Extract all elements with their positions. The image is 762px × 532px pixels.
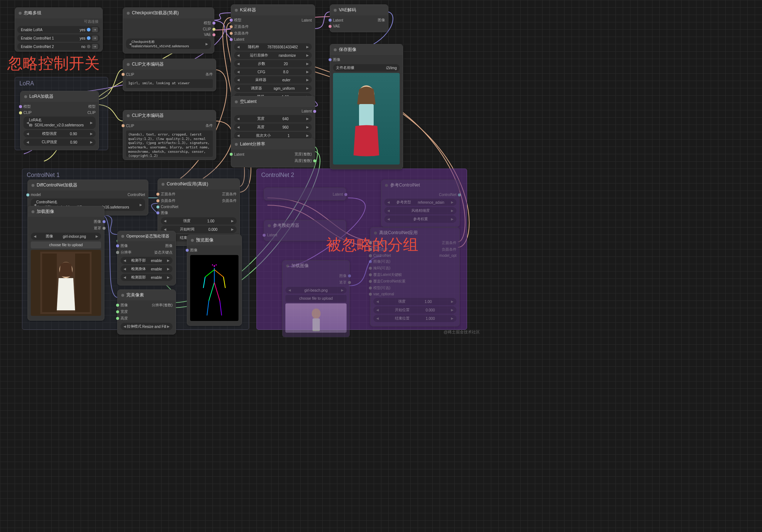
op-in-res[interactable]: 分辨率姿态关键点 — [121, 249, 173, 256]
li-upload-btn[interactable]: choose file to upload — [31, 241, 101, 248]
li-out-image[interactable]: 图像 — [31, 218, 101, 225]
out-vae[interactable]: VAE — [126, 32, 211, 37]
ks-scheduler[interactable]: ◀调度器sgm_uniform▶ — [234, 85, 312, 92]
ks-in-model[interactable]: 模型Latent — [234, 17, 312, 23]
ks-cfg[interactable]: ◀CFG8.0▶ — [234, 69, 312, 75]
li-out-mask[interactable]: 遮罩 — [31, 225, 101, 232]
node-lora-loader[interactable]: LoRA加载器 模型模型 CLIPCLIP ◀LoRA名称 SDXLrender… — [20, 91, 99, 150]
lr-in-latent[interactable]: Latent宽度(整数) — [234, 151, 312, 158]
el-batch[interactable]: ◀批次大小1▶ — [234, 132, 312, 139]
clip-neg-in[interactable]: CLIP条件 — [126, 122, 213, 129]
lr-out-h[interactable]: 高度(整数) — [234, 158, 312, 164]
pose-preview — [190, 255, 238, 321]
empty-latent-title: 空Latent — [240, 99, 256, 105]
node-cn2-a[interactable]: Latent — [264, 188, 346, 200]
vae-in-vae[interactable]: VAE — [333, 23, 385, 29]
lora-in-model[interactable]: 模型模型 — [23, 103, 96, 110]
toggle-enable-cn1[interactable]: Enable ControlNet 1 yes➔ — [17, 34, 100, 42]
toggle-enable-lora[interactable]: Enable LoRA yes➔ — [17, 26, 100, 33]
checkpoint-title: Checkpoint加载器(简易) — [132, 10, 179, 16]
ks-after[interactable]: ◀运行后操作randomize▶ — [234, 52, 312, 59]
toggle-dot-icon[interactable] — [87, 28, 90, 32]
cn2a-out[interactable]: Latent — [267, 192, 343, 197]
node-ksampler[interactable]: K采样器 模型Latent 正面条件 负面条件 Latent ◀随机种78785… — [231, 4, 315, 105]
clip-pos-in[interactable]: CLIP条件 — [126, 71, 213, 78]
node-vae-decode[interactable]: VAE解码 Latent图像 VAE — [330, 4, 388, 32]
toggle-enable-cn2[interactable]: Enable ControlNet 2 no➔ — [17, 43, 100, 50]
lora-in-clip[interactable]: CLIPCLIP — [23, 110, 96, 115]
cn2rp-in[interactable]: Latent — [267, 232, 343, 238]
op-body[interactable]: ◀检测身体enable▶ — [121, 265, 173, 273]
si-in-image[interactable]: 图像 — [333, 56, 400, 63]
node-save-image[interactable]: 保存图像 图像 文件名前缀i2i/img — [330, 44, 403, 169]
cn2-li-file[interactable]: ◀girl-beach.png▶ — [285, 287, 347, 293]
cna-strength[interactable]: ◀强度1.00▶ — [161, 217, 237, 225]
pi-in-image[interactable]: 图像 — [190, 247, 238, 254]
node-load-image[interactable]: 加载图像 图像 遮罩 ◀图像girl-indoor.png▶ choose fi… — [27, 206, 104, 321]
pp-in-image[interactable]: 图像分辨率(整数) — [121, 302, 173, 309]
el-out-latent[interactable]: Latent — [234, 108, 312, 114]
node-cn2-ref-pre[interactable]: 参考预处理器 Latent — [264, 220, 346, 241]
node-latent-resolution[interactable]: Latent分辨率 Latent宽度(整数) 高度(整数) — [231, 138, 315, 167]
arrow-icon[interactable]: ➔ — [92, 27, 98, 32]
cn2a-w0[interactable]: ◀强度1.00▶ — [373, 298, 456, 305]
pp-in-w[interactable]: 宽度 — [121, 309, 173, 315]
node-preview-image[interactable]: 预览图像 图像 — [187, 234, 242, 326]
node-bypass-multigroup[interactable]: 忽略多组 可选连接 Enable LoRA yes➔ Enable Contro… — [15, 7, 103, 52]
node-openpose-preprocessor[interactable]: Openpose姿态预处理器 图像图像 分辨率姿态关键点 ◀检测手部enable… — [117, 231, 176, 285]
clip-pos-text[interactable]: 1girl, smile, looking at viewer — [126, 79, 213, 88]
out-model[interactable]: 模型 — [126, 20, 211, 26]
cn2rc-w0[interactable]: ◀参考类型reference_adain▶ — [384, 199, 456, 206]
el-width[interactable]: ◀宽度640▶ — [234, 115, 312, 122]
pp-mode[interactable]: ◀拉伸模式Resize and Fill▶ — [121, 323, 173, 330]
ks-steps[interactable]: ◀步数20▶ — [234, 60, 312, 67]
node-checkpoint-loader[interactable]: Checkpoint加载器(简易) 模型 CLIP VAE ◀Checkpoin… — [123, 7, 214, 53]
el-height[interactable]: ◀高度960▶ — [234, 123, 312, 131]
lora-strength-clip[interactable]: ◀CLIP强度0.90▶ — [23, 138, 96, 146]
si-prefix[interactable]: 文件名前缀i2i/img — [333, 64, 400, 71]
svg-rect-1 — [359, 104, 374, 126]
clip-neg-text[interactable]: (hands), text, error, cropped, (worst qu… — [126, 130, 213, 157]
toggle-dot-icon[interactable] — [87, 36, 90, 40]
cna-in-cn[interactable]: ControlNet — [161, 204, 237, 210]
op-in-image[interactable]: 图像图像 — [121, 243, 173, 249]
cn2rc-w1[interactable]: ◀风格精细度▶ — [384, 207, 456, 214]
op-hand[interactable]: ◀检测手部enable▶ — [121, 257, 173, 264]
arrow-icon[interactable]: ➔ — [92, 44, 98, 49]
vae-decode-title: VAE解码 — [339, 7, 356, 13]
node-cn2-apply[interactable]: 高级ControlNet应用 正面条件正面条件 负面条件负面条件 Control… — [370, 227, 460, 326]
op-face[interactable]: ◀检测面部enable▶ — [121, 274, 173, 281]
cn2a-w2[interactable]: ◀结束位置1.000▶ — [373, 315, 456, 322]
ks-sampler[interactable]: ◀采样器euler▶ — [234, 76, 312, 84]
ks-seed[interactable]: ◀随机种787859361433482▶ — [234, 43, 312, 51]
cna-in-pos[interactable]: 正面条件正面条件 — [161, 191, 237, 197]
node-perfect-pixel[interactable]: 完美像素 图像分辨率(整数) 宽度 高度 ◀拉伸模式Resize and Fil… — [117, 289, 176, 335]
li-file[interactable]: ◀图像girl-indoor.png▶ — [31, 233, 101, 240]
ks-in-pos[interactable]: 正面条件 — [234, 23, 312, 30]
vae-in-latent[interactable]: Latent图像 — [333, 17, 385, 23]
node-cn2-load-image[interactable]: 加载图像 图像 遮罩 ◀girl-beach.png▶ choose file … — [282, 260, 350, 337]
cn2-li-title: 加载图像 — [291, 263, 309, 269]
cn2rc-w2[interactable]: ◀参考权重▶ — [384, 215, 456, 223]
arrow-icon[interactable]: ➔ — [92, 36, 98, 41]
svg-point-7 — [214, 265, 215, 267]
node-clip-negative[interactable]: CLIP文本编码器 CLIP条件 (hands), text, error, c… — [123, 110, 216, 160]
toggle-dot-icon[interactable] — [87, 45, 90, 48]
cn2rc-out[interactable]: ControlNet — [384, 192, 456, 197]
svg-rect-20 — [312, 318, 320, 331]
ks-in-latent[interactable]: Latent — [234, 37, 312, 42]
lora-strength-model[interactable]: ◀模型强度0.90▶ — [23, 130, 96, 137]
cna-in-img[interactable]: 图像 — [161, 210, 237, 216]
node-clip-positive[interactable]: CLIP文本编码器 CLIP条件 1girl, smile, looking a… — [123, 59, 216, 91]
cn2a-w1[interactable]: ◀开始位置0.000▶ — [373, 306, 456, 314]
checkpoint-name-widget[interactable]: ◀Checkpoint名称 realisticVisionV51_v51VAE.… — [126, 38, 211, 49]
cna-in-neg[interactable]: 负面条件负面条件 — [161, 197, 237, 204]
dcn-in-model[interactable]: modelControlNet — [31, 192, 145, 197]
ks-in-neg[interactable]: 负面条件 — [234, 30, 312, 37]
lora-name-widget[interactable]: ◀LoRA名称 SDXLrender_v2.0.safetensors▶ — [23, 117, 96, 129]
pp-in-h[interactable]: 高度 — [121, 315, 173, 322]
out-clip[interactable]: CLIP — [126, 26, 211, 32]
cn2-li-upload[interactable]: choose file to upload — [285, 295, 347, 302]
node-empty-latent[interactable]: 空Latent Latent ◀宽度640▶ ◀高度960▶ ◀批次大小1▶ — [231, 96, 315, 144]
node-cn2-ref-cn[interactable]: 参考ControlNet ControlNet ◀参考类型reference_a… — [381, 180, 460, 227]
